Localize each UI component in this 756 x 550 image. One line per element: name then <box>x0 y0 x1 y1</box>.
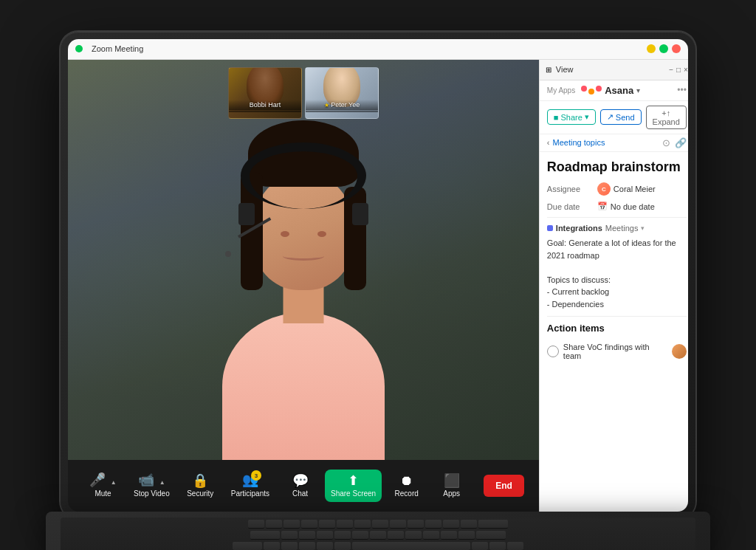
nav-icons: ⊙ 🔗 <box>662 137 687 148</box>
asana-topbar-controls: − □ × <box>669 66 688 74</box>
nav-title[interactable]: Meeting topics <box>553 138 605 147</box>
main-person-container <box>185 113 422 460</box>
video-chevron: ▲ <box>159 479 165 486</box>
thumbnail-row: Bobbi Hart ★ Peter Yee <box>228 67 379 119</box>
record-button[interactable]: ⏺ Record <box>386 470 427 502</box>
asana-app-name: Asana <box>605 85 633 96</box>
key <box>337 520 353 529</box>
key <box>390 520 406 529</box>
headphone-left-cup <box>238 203 255 225</box>
participant-thumbnail-1[interactable]: Bobbi Hart <box>228 67 302 119</box>
key <box>317 531 333 540</box>
end-button[interactable]: End <box>484 475 524 497</box>
asana-logo: Asana ▾ <box>581 85 640 96</box>
section-divider-2 <box>547 316 687 317</box>
share-screen-icon: ⬆ <box>348 474 359 487</box>
participant-thumbnail-2[interactable]: ★ Peter Yee <box>305 67 379 119</box>
asana-topbar-title: View <box>556 65 574 74</box>
send-button[interactable]: ↗ Send <box>600 109 642 125</box>
share-chevron: ▾ <box>585 112 589 122</box>
asana-panel: ⊞ View − □ × My Apps <box>539 60 688 512</box>
task-content: Roadmap brainstorm Assignee C Coral Meie… <box>540 152 688 512</box>
check-circle-icon[interactable]: ⊙ <box>662 137 670 148</box>
due-date-text: No due date <box>611 202 655 211</box>
participants-button[interactable]: 👥 3 Participants <box>225 469 275 502</box>
key <box>266 520 282 529</box>
security-button[interactable]: 🔒 Security <box>180 470 221 502</box>
view-icon: ⊞ <box>546 66 551 74</box>
assignee-name: Coral Meier <box>614 185 656 193</box>
integrations-chevron[interactable]: ▾ <box>641 224 645 232</box>
key-wide <box>478 520 508 529</box>
key <box>284 520 300 529</box>
key <box>317 542 333 551</box>
key <box>281 542 298 551</box>
mute-button[interactable]: 🎤 ▲ Mute <box>83 469 123 502</box>
chat-button[interactable]: 💬 Chat <box>280 470 320 502</box>
calendar-icon: 📅 <box>597 202 608 211</box>
thumb-label-bg-2: ★ Peter Yee <box>306 109 378 112</box>
link-icon[interactable]: 🔗 <box>675 137 687 148</box>
participant-1-label: Bobbi Hart <box>229 100 301 110</box>
close-button[interactable]: × <box>672 44 681 53</box>
asana-dots <box>581 86 602 94</box>
zoom-window: Zoom Meeting − □ × <box>68 39 688 512</box>
key <box>388 531 404 540</box>
key <box>370 531 386 540</box>
main-video: Bobbi Hart ★ Peter Yee <box>68 60 539 460</box>
key <box>489 542 506 551</box>
asana-dot-3 <box>596 86 602 92</box>
asana-minimize-btn[interactable]: − <box>669 66 673 74</box>
share-icon: ■ <box>554 113 559 122</box>
record-label: Record <box>395 489 419 498</box>
key <box>264 542 280 551</box>
action-item-avatar <box>672 344 687 359</box>
asana-close-btn[interactable]: × <box>684 66 688 74</box>
due-date-value: 📅 No due date <box>597 202 655 211</box>
asana-more-btn[interactable]: ••• <box>677 85 687 95</box>
asana-maximize-btn[interactable]: □ <box>676 66 681 74</box>
minimize-button[interactable]: − <box>647 44 656 53</box>
key <box>425 520 441 529</box>
person-shirt <box>222 312 385 460</box>
key <box>408 520 424 529</box>
smile <box>283 252 324 261</box>
key <box>301 520 317 529</box>
record-icon: ⏺ <box>400 474 413 487</box>
share-screen-button[interactable]: ⬆ Share Screen <box>325 470 382 502</box>
check-circle-1[interactable] <box>547 346 559 357</box>
stop-video-icon-wrapper: 📹 ▲ <box>138 473 165 487</box>
assignee-avatar: C <box>597 182 611 196</box>
key <box>472 542 488 551</box>
keyboard-row-3 <box>61 540 695 551</box>
key <box>461 520 477 529</box>
share-screen-label: Share Screen <box>331 489 376 498</box>
integrations-dot <box>547 225 553 231</box>
expand-button[interactable]: +↑ Expand <box>646 106 687 129</box>
key-space <box>352 542 470 551</box>
send-icon: ↗ <box>607 112 614 122</box>
key <box>507 542 523 551</box>
share-button[interactable]: ■ Share ▾ <box>547 109 596 125</box>
person-hair-right <box>344 187 366 290</box>
maximize-button[interactable]: □ <box>659 44 668 53</box>
apps-button[interactable]: ⬛ Apps <box>431 470 472 502</box>
stop-video-label: Stop Video <box>134 489 170 498</box>
key <box>354 520 371 529</box>
keyboard-row-1 <box>61 518 695 529</box>
key-wide <box>476 531 506 540</box>
integrations-row: Integrations Meetings ▾ <box>547 224 687 233</box>
key <box>334 531 351 540</box>
key-wide <box>250 531 280 540</box>
asana-topbar: ⊞ View − □ × <box>540 60 688 80</box>
keyboard-keys <box>61 518 695 551</box>
asana-dropdown-icon[interactable]: ▾ <box>636 86 640 94</box>
thumb-label-bg-1: Bobbi Hart <box>229 109 301 112</box>
tablet-device: Zoom Meeting − □ × <box>61 32 695 519</box>
key <box>299 542 315 551</box>
mute-label: Mute <box>94 489 111 498</box>
stop-video-button[interactable]: 📹 ▲ Stop Video <box>128 469 176 502</box>
screen: Zoom Meeting − □ × <box>68 39 688 512</box>
back-icon[interactable]: ‹ <box>547 138 550 147</box>
participants-icon-wrapper: 👥 3 <box>242 473 258 487</box>
